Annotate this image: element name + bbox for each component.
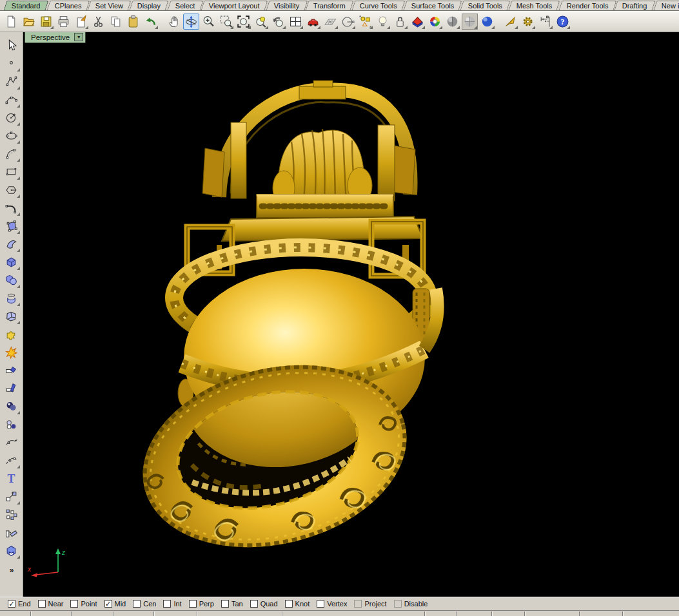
tab-standard[interactable]: Standard (4, 1, 49, 10)
copy-icon[interactable] (108, 14, 124, 30)
point-icon[interactable] (3, 55, 20, 72)
explode-icon[interactable] (3, 343, 20, 360)
ghosted-view-icon[interactable] (462, 14, 478, 30)
join-icon[interactable] (3, 398, 20, 414)
unchecked-checkbox-icon[interactable] (133, 600, 141, 608)
orient-icon[interactable] (3, 524, 20, 541)
osnap-knot[interactable]: Knot (285, 600, 310, 608)
unchecked-checkbox-icon[interactable] (163, 600, 171, 608)
tab-visibility[interactable]: Visibility (266, 1, 307, 10)
export-icon[interactable] (73, 14, 89, 30)
zoom-window-icon[interactable] (218, 14, 234, 30)
named-view-icon[interactable] (305, 14, 321, 30)
gold-ring-model[interactable] (23, 32, 679, 597)
circle-icon[interactable] (3, 109, 20, 126)
tab-new-in-v5[interactable]: New in V5 (654, 1, 679, 10)
unchecked-checkbox-icon[interactable] (250, 600, 258, 608)
dimension-icon[interactable] (537, 14, 553, 30)
osnap-cen[interactable]: Cen (133, 600, 156, 608)
box-icon[interactable] (3, 253, 20, 270)
osnap-end[interactable]: ✓End (8, 600, 31, 608)
layer-wedge-icon[interactable] (409, 14, 426, 30)
unchecked-checkbox-icon[interactable] (317, 600, 324, 608)
mesh-icon[interactable] (3, 307, 20, 324)
circle-analyze-icon[interactable] (340, 14, 356, 30)
osnap-int[interactable]: Int (163, 600, 181, 608)
viewport-layout-icon[interactable] (288, 14, 304, 30)
options-gear-icon[interactable] (520, 14, 536, 30)
ellipse-icon[interactable] (3, 127, 20, 144)
tab-transform[interactable]: Transform (306, 1, 354, 10)
group-icon[interactable] (3, 416, 20, 432)
split-icon[interactable] (3, 380, 20, 396)
unchecked-checkbox-icon[interactable] (221, 600, 229, 608)
open-file-icon[interactable] (21, 14, 37, 30)
select-icon[interactable] (3, 37, 20, 53)
color-wheel-icon[interactable] (427, 14, 443, 30)
trim-icon[interactable] (3, 361, 20, 378)
tab-render-tools[interactable]: Render Tools (558, 1, 616, 10)
osnap-tan[interactable]: Tan (221, 600, 243, 608)
revolve-band-icon[interactable] (3, 289, 20, 306)
extend-icon[interactable] (3, 434, 20, 450)
pan-icon[interactable] (166, 14, 182, 30)
cut-icon[interactable] (90, 14, 106, 30)
select-filter-icon[interactable] (357, 14, 373, 30)
perspective-viewport[interactable]: Perspective ▼ (23, 32, 679, 597)
move-icon[interactable] (3, 488, 20, 505)
unchecked-checkbox-icon[interactable] (38, 600, 46, 608)
osnap-mid[interactable]: ✓Mid (104, 600, 126, 608)
osnap-perp[interactable]: Perp (189, 600, 214, 608)
fillet-icon[interactable] (3, 199, 20, 216)
curve-icon[interactable] (3, 91, 20, 108)
osnap-near[interactable]: Near (38, 600, 64, 608)
tab-set-view[interactable]: Set View (88, 1, 132, 10)
undo-view-icon[interactable] (270, 14, 286, 30)
sphere-pair-icon[interactable] (3, 271, 20, 288)
rotate-view-icon[interactable] (183, 14, 199, 30)
tab-drafting[interactable]: Drafting (615, 1, 655, 10)
lock-icon[interactable] (392, 14, 408, 30)
zoom-in-icon[interactable] (201, 14, 217, 30)
tab-display[interactable]: Display (130, 1, 169, 10)
polyline-icon[interactable] (3, 73, 20, 90)
new-document-icon[interactable] (3, 14, 19, 30)
paste-icon[interactable] (125, 14, 141, 30)
osnap-point[interactable]: Point (70, 600, 97, 608)
rebuild-icon[interactable] (3, 452, 20, 468)
array-icon[interactable] (3, 506, 20, 523)
surface-sheet-icon[interactable] (3, 235, 20, 252)
zoom-selected-icon[interactable] (253, 14, 269, 30)
tab-surface-tools[interactable]: Surface Tools (404, 1, 462, 10)
arc-icon[interactable] (3, 145, 20, 162)
render-pointer-icon[interactable] (502, 14, 518, 30)
osnap-vertex[interactable]: Vertex (317, 600, 347, 608)
unchecked-checkbox-icon[interactable] (285, 600, 293, 608)
tab-select[interactable]: Select (167, 1, 202, 10)
viewport-title-tab[interactable]: Perspective ▼ (25, 32, 86, 43)
solid-cube-icon[interactable] (3, 542, 20, 559)
viewport-dropdown-button[interactable]: ▼ (74, 33, 83, 41)
zoom-extents-icon[interactable] (235, 14, 251, 30)
puzzle-icon[interactable] (3, 325, 20, 342)
surface-points-icon[interactable] (3, 217, 20, 234)
tab-solid-tools[interactable]: Solid Tools (460, 1, 511, 10)
polygon-icon[interactable] (3, 181, 20, 198)
cplane-icon[interactable] (322, 14, 339, 30)
tab-mesh-tools[interactable]: Mesh Tools (509, 1, 560, 10)
lamp-icon[interactable] (375, 14, 391, 30)
print-icon[interactable] (55, 14, 72, 30)
tab-viewport-layout[interactable]: Viewport Layout (201, 1, 268, 10)
save-icon[interactable] (38, 14, 54, 30)
rendered-view-icon[interactable] (479, 14, 495, 30)
more-tools-icon[interactable]: » (3, 562, 20, 579)
unchecked-checkbox-icon[interactable] (70, 600, 78, 608)
tab-cplanes[interactable]: CPlanes (46, 1, 89, 10)
checked-checkbox-icon[interactable]: ✓ (104, 600, 112, 608)
osnap-quad[interactable]: Quad (250, 600, 278, 608)
shaded-view-icon[interactable] (444, 14, 460, 30)
tab-curve-tools[interactable]: Curve Tools (352, 1, 406, 10)
checked-checkbox-icon[interactable]: ✓ (8, 600, 15, 608)
undo-icon[interactable] (143, 14, 159, 30)
help-icon[interactable]: ? (555, 14, 571, 30)
